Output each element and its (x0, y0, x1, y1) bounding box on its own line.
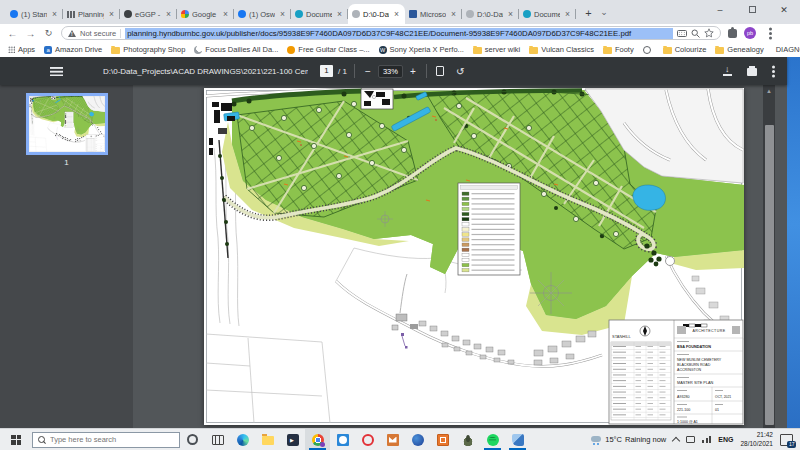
taskbar-search[interactable] (32, 432, 180, 448)
bookmark-label: Footy (615, 45, 634, 54)
bookmark-label: Sony Xperia X Perfo... (390, 45, 464, 54)
tab-close-icon[interactable] (278, 10, 287, 19)
extensions-icon[interactable] (728, 29, 737, 38)
chrome-button[interactable] (305, 429, 330, 450)
menu-hamburger-icon[interactable] (50, 67, 63, 76)
browser-tab[interactable]: (1) Oswaldt (234, 4, 291, 24)
file-explorer-button[interactable] (255, 429, 280, 450)
bookmark-favicon (287, 46, 295, 54)
orange-square-app-button[interactable] (430, 429, 455, 450)
bookmark-item[interactable]: Genealogy (715, 45, 763, 54)
pdf-toolbar: D:\0-Data_Projects\ACAD DRAWINGS\2021\22… (0, 57, 787, 85)
browser-tab[interactable]: Document L (291, 4, 348, 24)
bookmark-star-icon[interactable] (704, 28, 714, 38)
zoom-level[interactable]: 33% (378, 65, 403, 78)
firm-name: ARCHITECTURE (693, 329, 726, 333)
bookmark-item[interactable]: Focus Dailies All Da... (194, 45, 278, 54)
bookmark-item[interactable]: DIAGNOSTICS/AUT... (773, 45, 800, 54)
back-button[interactable] (7, 28, 18, 39)
minimize-button[interactable] (704, 0, 736, 22)
download-icon[interactable] (723, 67, 732, 76)
browser-tab[interactable]: (1) Stanhill (6, 4, 63, 24)
omnibox[interactable]: Not secure planning.hyndburnbc.gov.uk/pu… (61, 26, 721, 40)
pdf-viewer: D:\0-Data_Projects\ACAD DRAWINGS\2021\22… (0, 57, 800, 428)
tab-close-icon[interactable] (164, 10, 173, 19)
pdf-menu-icon[interactable] (772, 70, 775, 73)
zoom-icon[interactable] (691, 29, 700, 38)
bookmark-item[interactable]: Amazon Drive (44, 45, 102, 54)
bookmark-item[interactable]: Sony Xperia X Perfo... (379, 45, 464, 54)
tab-label: D:\0-Data_P (363, 10, 389, 19)
tab-close-icon[interactable] (107, 10, 116, 19)
outlook-button[interactable] (380, 429, 405, 450)
tab-close-icon[interactable] (221, 10, 230, 19)
fit-to-page-icon[interactable] (436, 66, 444, 76)
opera-button[interactable] (355, 429, 380, 450)
photos-app-button[interactable] (330, 429, 355, 450)
bookmark-item[interactable]: Vulcan Classics (529, 45, 594, 54)
tab-label: Planning Ap (78, 10, 104, 19)
pdf-scrollbar[interactable] (763, 85, 775, 428)
tab-label: Google Map (192, 10, 218, 19)
rotate-icon[interactable] (456, 66, 464, 77)
page-number-input[interactable]: 1 (320, 65, 333, 77)
security-label[interactable]: Not secure (80, 29, 116, 38)
close-button[interactable] (768, 0, 800, 22)
maximize-button[interactable] (736, 0, 768, 22)
display-tray-icon[interactable] (686, 436, 695, 443)
language-indicator[interactable]: ENG (718, 436, 733, 443)
tab-close-icon[interactable] (335, 10, 344, 19)
search-input[interactable] (50, 435, 174, 444)
weather-widget[interactable]: 15°C Raining now (590, 435, 666, 445)
print-icon[interactable] (747, 68, 757, 76)
bookmark-item[interactable]: Footy (603, 45, 634, 54)
flame-app-button[interactable] (455, 429, 480, 450)
start-button[interactable] (0, 435, 32, 445)
browser-tab[interactable]: Document L (519, 4, 576, 24)
keyboard-icon[interactable] (677, 30, 687, 37)
not-secure-warning-icon (68, 30, 76, 37)
clock[interactable]: 21:42 28/10/2021 (740, 431, 773, 448)
browser-tab[interactable]: D:\0-Data_P (462, 4, 519, 24)
zoom-out-button[interactable]: − (362, 66, 374, 77)
tab-search-chevron-icon[interactable] (596, 6, 612, 21)
reload-button[interactable] (43, 27, 54, 39)
tab-close-icon[interactable] (563, 10, 572, 19)
browser-tab[interactable]: Google Map (177, 4, 234, 24)
browser-tab[interactable]: Planning Ap (63, 4, 120, 24)
bookmark-item[interactable]: Colourize (663, 45, 707, 54)
edge-button[interactable] (230, 429, 255, 450)
bookmark-item[interactable] (643, 46, 654, 54)
browser-tab[interactable]: Microsoft W (405, 4, 462, 24)
new-tab-button[interactable] (581, 6, 596, 21)
browser-menu-icon[interactable] (769, 32, 772, 35)
films-app-button[interactable] (280, 429, 305, 450)
tab-close-icon[interactable] (392, 10, 401, 19)
browser-tab[interactable]: eGGP - Onli (120, 4, 177, 24)
scroll-up-icon[interactable] (763, 85, 775, 97)
bookmark-item[interactable]: Photography Shop (111, 45, 185, 54)
page-thumbnail[interactable] (26, 93, 108, 155)
file-explorer-icon (262, 436, 274, 445)
zoom-in-button[interactable]: + (407, 66, 419, 77)
forward-button[interactable] (25, 28, 36, 39)
scrollbar-thumb[interactable] (765, 125, 774, 425)
tab-close-icon[interactable] (50, 10, 59, 19)
cortana-button[interactable] (180, 429, 205, 450)
tray-expand-chevron-icon[interactable] (672, 437, 680, 445)
bookmark-item[interactable]: Free Guitar Class –... (287, 45, 369, 54)
bookmark-label: Colourize (675, 45, 707, 54)
browser-tab[interactable]: D:\0-Data_P (348, 4, 405, 24)
spotify-button[interactable] (480, 429, 505, 450)
bookmark-item[interactable]: Apps (8, 45, 35, 54)
url-text[interactable]: planning.hyndburnbc.gov.uk/publisher/doc… (125, 28, 673, 39)
task-view-button[interactable] (205, 429, 230, 450)
blue-circle-app-button[interactable] (405, 429, 430, 450)
profile-avatar[interactable]: pb (744, 27, 756, 39)
blue-swoosh-app-button[interactable] (505, 429, 530, 450)
network-tray-icon[interactable] (702, 436, 711, 443)
action-center-button[interactable]: 17 (780, 434, 793, 446)
bookmark-item[interactable]: server wiki (473, 45, 520, 54)
tab-close-icon[interactable] (506, 10, 515, 19)
tab-close-icon[interactable] (449, 10, 458, 19)
